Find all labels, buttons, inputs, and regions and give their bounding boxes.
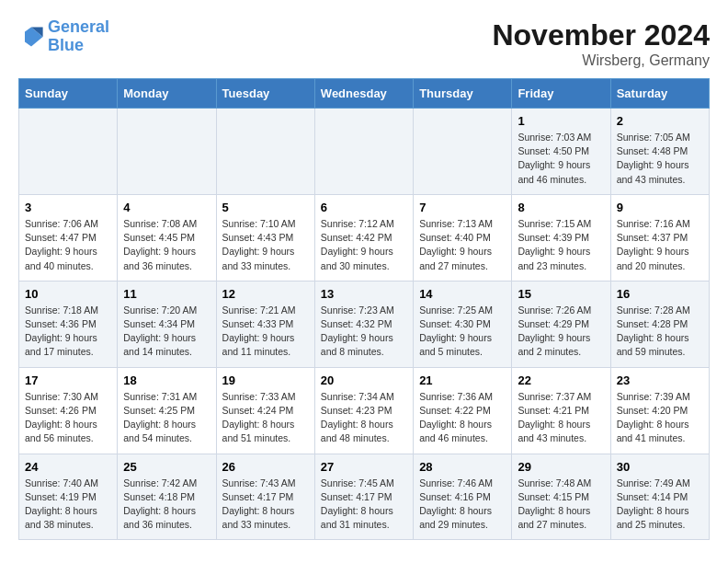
calendar-cell: 20Sunrise: 7:34 AMSunset: 4:23 PMDayligh… bbox=[314, 367, 413, 454]
logo-icon bbox=[18, 24, 44, 50]
calendar-cell: 16Sunrise: 7:28 AMSunset: 4:28 PMDayligh… bbox=[610, 281, 709, 367]
calendar-cell bbox=[118, 109, 216, 195]
day-info: Sunrise: 7:18 AMSunset: 4:36 PMDaylight:… bbox=[25, 304, 111, 360]
weekday-header-sunday: Sunday bbox=[19, 79, 118, 109]
day-number: 17 bbox=[25, 373, 111, 387]
calendar-cell: 10Sunrise: 7:18 AMSunset: 4:36 PMDayligh… bbox=[19, 281, 118, 367]
day-info: Sunrise: 7:45 AMSunset: 4:17 PMDaylight:… bbox=[321, 477, 407, 533]
day-info: Sunrise: 7:06 AMSunset: 4:47 PMDaylight:… bbox=[25, 217, 111, 273]
logo-text: General Blue bbox=[48, 18, 109, 55]
day-info: Sunrise: 7:40 AMSunset: 4:19 PMDaylight:… bbox=[25, 477, 111, 533]
weekday-header-thursday: Thursday bbox=[414, 79, 512, 109]
day-info: Sunrise: 7:12 AMSunset: 4:42 PMDaylight:… bbox=[321, 217, 407, 273]
day-info: Sunrise: 7:34 AMSunset: 4:23 PMDaylight:… bbox=[321, 390, 407, 446]
day-info: Sunrise: 7:37 AMSunset: 4:21 PMDaylight:… bbox=[518, 390, 604, 446]
day-number: 20 bbox=[321, 373, 407, 387]
calendar-cell: 5Sunrise: 7:10 AMSunset: 4:43 PMDaylight… bbox=[216, 194, 314, 281]
day-number: 12 bbox=[222, 287, 309, 301]
calendar-cell: 11Sunrise: 7:20 AMSunset: 4:34 PMDayligh… bbox=[118, 281, 216, 367]
day-number: 1 bbox=[518, 114, 604, 128]
day-info: Sunrise: 7:20 AMSunset: 4:34 PMDaylight:… bbox=[123, 304, 210, 360]
day-info: Sunrise: 7:31 AMSunset: 4:25 PMDaylight:… bbox=[123, 390, 210, 446]
calendar-cell bbox=[19, 109, 118, 195]
day-info: Sunrise: 7:49 AMSunset: 4:14 PMDaylight:… bbox=[617, 477, 703, 533]
day-number: 29 bbox=[518, 460, 604, 474]
day-number: 10 bbox=[25, 287, 111, 301]
calendar-cell: 7Sunrise: 7:13 AMSunset: 4:40 PMDaylight… bbox=[414, 194, 512, 281]
day-info: Sunrise: 7:28 AMSunset: 4:28 PMDaylight:… bbox=[617, 304, 703, 360]
day-number: 7 bbox=[419, 201, 506, 214]
week-row-5: 24Sunrise: 7:40 AMSunset: 4:19 PMDayligh… bbox=[19, 454, 710, 540]
calendar-cell: 8Sunrise: 7:15 AMSunset: 4:39 PMDaylight… bbox=[512, 194, 610, 281]
day-number: 3 bbox=[25, 201, 111, 214]
calendar-cell: 15Sunrise: 7:26 AMSunset: 4:29 PMDayligh… bbox=[512, 281, 610, 367]
day-number: 27 bbox=[321, 460, 407, 474]
calendar-cell: 17Sunrise: 7:30 AMSunset: 4:26 PMDayligh… bbox=[19, 367, 118, 454]
title-block: November 2024 Wirsberg, Germany bbox=[492, 18, 710, 69]
calendar-cell: 25Sunrise: 7:42 AMSunset: 4:18 PMDayligh… bbox=[118, 454, 216, 540]
day-info: Sunrise: 7:48 AMSunset: 4:15 PMDaylight:… bbox=[518, 477, 604, 533]
day-info: Sunrise: 7:33 AMSunset: 4:24 PMDaylight:… bbox=[222, 390, 309, 446]
week-row-4: 17Sunrise: 7:30 AMSunset: 4:26 PMDayligh… bbox=[19, 367, 710, 454]
day-number: 26 bbox=[222, 460, 309, 474]
calendar-cell: 28Sunrise: 7:46 AMSunset: 4:16 PMDayligh… bbox=[414, 454, 512, 540]
weekday-header-row: SundayMondayTuesdayWednesdayThursdayFrid… bbox=[19, 79, 710, 109]
weekday-header-monday: Monday bbox=[118, 79, 216, 109]
day-info: Sunrise: 7:39 AMSunset: 4:20 PMDaylight:… bbox=[617, 390, 703, 446]
day-number: 8 bbox=[518, 201, 604, 214]
calendar-cell: 9Sunrise: 7:16 AMSunset: 4:37 PMDaylight… bbox=[610, 194, 709, 281]
calendar-cell: 14Sunrise: 7:25 AMSunset: 4:30 PMDayligh… bbox=[414, 281, 512, 367]
calendar-cell bbox=[216, 109, 314, 195]
day-number: 19 bbox=[222, 373, 309, 387]
calendar-cell: 1Sunrise: 7:03 AMSunset: 4:50 PMDaylight… bbox=[512, 109, 610, 195]
calendar-cell: 12Sunrise: 7:21 AMSunset: 4:33 PMDayligh… bbox=[216, 281, 314, 367]
calendar-cell bbox=[414, 109, 512, 195]
day-info: Sunrise: 7:15 AMSunset: 4:39 PMDaylight:… bbox=[518, 217, 604, 273]
day-number: 4 bbox=[123, 201, 210, 214]
calendar-cell: 22Sunrise: 7:37 AMSunset: 4:21 PMDayligh… bbox=[512, 367, 610, 454]
calendar-cell: 13Sunrise: 7:23 AMSunset: 4:32 PMDayligh… bbox=[314, 281, 413, 367]
day-info: Sunrise: 7:43 AMSunset: 4:17 PMDaylight:… bbox=[222, 477, 309, 533]
day-info: Sunrise: 7:08 AMSunset: 4:45 PMDaylight:… bbox=[123, 217, 210, 273]
calendar-cell: 18Sunrise: 7:31 AMSunset: 4:25 PMDayligh… bbox=[118, 367, 216, 454]
day-info: Sunrise: 7:05 AMSunset: 4:48 PMDaylight:… bbox=[617, 131, 703, 187]
calendar-cell: 3Sunrise: 7:06 AMSunset: 4:47 PMDaylight… bbox=[19, 194, 118, 281]
location: Wirsberg, Germany bbox=[492, 52, 710, 69]
weekday-header-friday: Friday bbox=[512, 79, 610, 109]
weekday-header-tuesday: Tuesday bbox=[216, 79, 314, 109]
day-info: Sunrise: 7:30 AMSunset: 4:26 PMDaylight:… bbox=[25, 390, 111, 446]
calendar-cell: 6Sunrise: 7:12 AMSunset: 4:42 PMDaylight… bbox=[314, 194, 413, 281]
day-info: Sunrise: 7:26 AMSunset: 4:29 PMDaylight:… bbox=[518, 304, 604, 360]
day-number: 18 bbox=[123, 373, 210, 387]
day-number: 11 bbox=[123, 287, 210, 301]
weekday-header-saturday: Saturday bbox=[610, 79, 709, 109]
day-info: Sunrise: 7:13 AMSunset: 4:40 PMDaylight:… bbox=[419, 217, 506, 273]
day-number: 2 bbox=[617, 114, 703, 128]
day-number: 9 bbox=[617, 201, 703, 214]
day-info: Sunrise: 7:25 AMSunset: 4:30 PMDaylight:… bbox=[419, 304, 506, 360]
day-number: 5 bbox=[222, 201, 309, 214]
calendar-table: SundayMondayTuesdayWednesdayThursdayFrid… bbox=[18, 78, 710, 540]
month-title: November 2024 bbox=[492, 18, 710, 52]
day-number: 15 bbox=[518, 287, 604, 301]
day-info: Sunrise: 7:21 AMSunset: 4:33 PMDaylight:… bbox=[222, 304, 309, 360]
week-row-3: 10Sunrise: 7:18 AMSunset: 4:36 PMDayligh… bbox=[19, 281, 710, 367]
day-number: 28 bbox=[419, 460, 506, 474]
day-info: Sunrise: 7:42 AMSunset: 4:18 PMDaylight:… bbox=[123, 477, 210, 533]
page-header: General Blue November 2024 Wirsberg, Ger… bbox=[18, 18, 710, 69]
calendar-cell: 21Sunrise: 7:36 AMSunset: 4:22 PMDayligh… bbox=[414, 367, 512, 454]
day-number: 13 bbox=[321, 287, 407, 301]
calendar-cell: 23Sunrise: 7:39 AMSunset: 4:20 PMDayligh… bbox=[610, 367, 709, 454]
calendar-cell: 4Sunrise: 7:08 AMSunset: 4:45 PMDaylight… bbox=[118, 194, 216, 281]
day-number: 14 bbox=[419, 287, 506, 301]
day-number: 16 bbox=[617, 287, 703, 301]
logo: General Blue bbox=[18, 18, 109, 55]
day-info: Sunrise: 7:03 AMSunset: 4:50 PMDaylight:… bbox=[518, 131, 604, 187]
week-row-1: 1Sunrise: 7:03 AMSunset: 4:50 PMDaylight… bbox=[19, 109, 710, 195]
day-number: 30 bbox=[617, 460, 703, 474]
weekday-header-wednesday: Wednesday bbox=[314, 79, 413, 109]
day-info: Sunrise: 7:23 AMSunset: 4:32 PMDaylight:… bbox=[321, 304, 407, 360]
day-info: Sunrise: 7:46 AMSunset: 4:16 PMDaylight:… bbox=[419, 477, 506, 533]
calendar-cell: 30Sunrise: 7:49 AMSunset: 4:14 PMDayligh… bbox=[610, 454, 709, 540]
day-number: 21 bbox=[419, 373, 506, 387]
